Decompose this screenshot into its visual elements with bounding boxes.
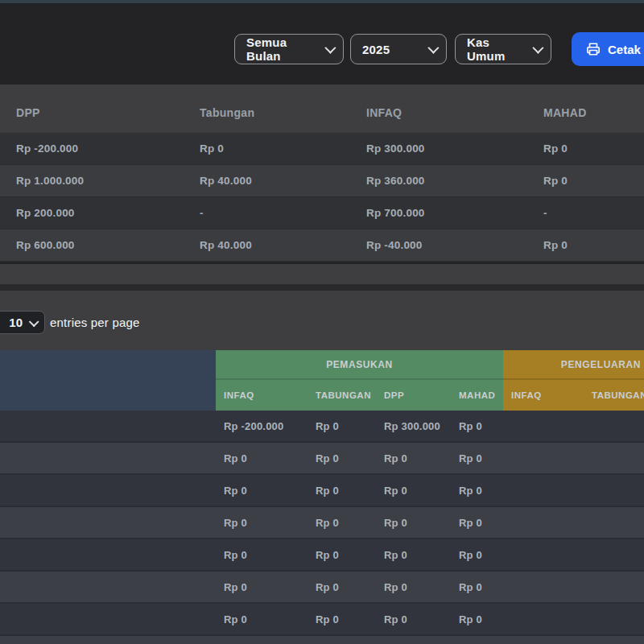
table-cell: Rp 300.000 (366, 133, 543, 164)
table-cell: Rp 0 (216, 572, 308, 602)
entries-per-page-label: entries per page (50, 316, 140, 329)
table-cell: Rp 0 (451, 443, 503, 473)
table-row: Rp 0 Rp 0 Rp 0 Rp 0 (0, 604, 644, 636)
table-cell: - (200, 197, 366, 229)
table-scroll-container[interactable]: PEMASUKAN PENGELUARAN INFAQ TABUNGAN DPP… (0, 350, 644, 644)
table-cell: Rp 0 (216, 539, 308, 570)
table-cell: Rp -200.000 (16, 133, 200, 164)
table-cell: Rp 0 (308, 475, 376, 506)
table-cell: Rp 0 (376, 475, 451, 506)
month-cell (0, 604, 216, 634)
month-cell (0, 475, 216, 506)
column-header-tabungan-in: TABUNGAN (308, 380, 376, 411)
page-size-select[interactable]: 10 (0, 311, 45, 334)
chevron-down-icon (29, 316, 39, 327)
month-column-corner (0, 350, 216, 380)
month-filter-value: Semua Bulan (246, 35, 317, 63)
month-filter-select[interactable]: Semua Bulan (234, 34, 344, 64)
table-cell: Rp 0 (376, 604, 451, 634)
table-cell: Rp 0 (376, 507, 451, 538)
table-cell: Rp 0 (543, 165, 644, 196)
print-button[interactable]: Cetak (572, 32, 644, 66)
pagination-controls: 10 entries per page (0, 291, 644, 350)
cashbook-filter-select[interactable]: Kas Umum (455, 34, 551, 64)
table-row: Rp 0 Rp 0 Rp 0 Rp 0 (0, 572, 644, 604)
table-row: Rp 0 Rp 0 Rp 0 Rp 0 (0, 443, 644, 475)
table-cell: Rp 0 (451, 604, 503, 634)
year-filter-select[interactable]: 2025 (350, 34, 447, 64)
month-cell (0, 507, 216, 538)
section-gap (0, 284, 644, 291)
table-cell: Rp 0 (308, 411, 376, 441)
column-header-infaq-in: INFAQ (216, 380, 308, 411)
cashbook-filter-value: Kas Umum (467, 35, 525, 63)
detail-table: PEMASUKAN PENGELUARAN INFAQ TABUNGAN DPP… (0, 350, 644, 644)
header-toolbar: Semua Bulan 2025 Kas Umum Cetak (0, 3, 644, 85)
table-cell: Rp 0 (308, 507, 376, 538)
column-header-dpp-in: DPP (376, 380, 451, 411)
summary-table-card: DPP Tabungan INFAQ MAHAD Rp -200.000 Rp … (0, 85, 644, 284)
column-header-infaq: INFAQ (366, 106, 543, 119)
month-cell (0, 572, 216, 602)
table-row (0, 636, 644, 644)
table-row: Rp 0 Rp 0 Rp 0 Rp 0 (0, 507, 644, 539)
table-cell: Rp 0 (451, 572, 503, 602)
print-button-label: Cetak (608, 43, 641, 56)
column-header-dpp: DPP (16, 106, 200, 119)
table-cell: Rp 0 (308, 572, 376, 602)
table-cell: Rp 0 (376, 572, 451, 602)
table-cell: Rp 0 (216, 443, 308, 473)
table-cell: Rp 0 (543, 133, 644, 164)
table-cell: Rp 0 (451, 507, 503, 538)
page-size-value: 10 (9, 316, 23, 329)
summary-table-header-row: DPP Tabungan INFAQ MAHAD (0, 85, 644, 133)
table-cell: Rp 600.000 (16, 229, 200, 261)
year-filter-value: 2025 (362, 43, 390, 56)
table-cell: Rp -40.000 (366, 229, 543, 261)
table-cell: Rp 360.000 (366, 165, 543, 196)
chevron-down-icon (324, 43, 336, 54)
table-row: Rp -200.000 Rp 0 Rp 300.000 Rp 0 (0, 133, 644, 165)
table-cell: Rp 0 (451, 475, 503, 506)
month-cell (0, 443, 216, 473)
table-cell: Rp 0 (308, 539, 376, 570)
table-cell: Rp 0 (308, 443, 376, 473)
sub-header-row: INFAQ TABUNGAN DPP MAHAD INFAQ TABUNGAN (0, 380, 644, 411)
table-cell: Rp 200.000 (16, 197, 200, 229)
table-cell: Rp 0 (451, 411, 503, 441)
month-cell (0, 539, 216, 570)
table-cell: Rp 0 (216, 507, 308, 538)
table-cell: Rp -200.000 (216, 411, 308, 441)
table-cell: - (543, 197, 644, 229)
detail-table-card: 10 entries per page PEMASUKAN PENGELUARA… (0, 291, 644, 644)
column-header-mahad-in: MAHAD (451, 380, 503, 411)
chevron-down-icon (532, 43, 543, 54)
table-row: Rp 600.000 Rp 40.000 Rp -40.000 Rp 0 (0, 229, 644, 262)
group-header-pemasukan: PEMASUKAN (216, 350, 503, 380)
table-cell: Rp 700.000 (366, 197, 543, 229)
month-column-corner (0, 380, 216, 411)
table-row: Rp -200.000 Rp 0 Rp 300.000 Rp 0 (0, 411, 644, 443)
column-header-tabungan: Tabungan (200, 106, 366, 119)
table-cell: Rp 40.000 (200, 165, 366, 196)
table-cell: Rp 0 (376, 539, 451, 570)
table-cell: Rp 1.000.000 (16, 165, 200, 196)
column-header-mahad: MAHAD (543, 106, 644, 119)
table-cell: Rp 0 (200, 133, 366, 164)
table-row: Rp 200.000 - Rp 700.000 - (0, 197, 644, 229)
table-cell: Rp 0 (376, 443, 451, 473)
table-row: Rp 0 Rp 0 Rp 0 Rp 0 (0, 539, 644, 572)
month-cell (0, 411, 216, 441)
table-cell: Rp 0 (451, 539, 503, 570)
table-cell: Rp 40.000 (200, 229, 366, 261)
summary-table-footer (0, 264, 644, 284)
column-header-infaq-out: INFAQ (503, 380, 584, 411)
printer-icon (586, 42, 601, 56)
table-cell: Rp 0 (216, 604, 308, 634)
table-cell: Rp 0 (308, 604, 376, 634)
group-header-row: PEMASUKAN PENGELUARAN (0, 350, 644, 380)
column-header-tabungan-out: TABUNGAN (584, 380, 644, 411)
table-row: Rp 1.000.000 Rp 40.000 Rp 360.000 Rp 0 (0, 165, 644, 197)
group-header-pengeluaran: PENGELUARAN (503, 350, 644, 380)
table-cell: Rp 0 (543, 229, 644, 261)
